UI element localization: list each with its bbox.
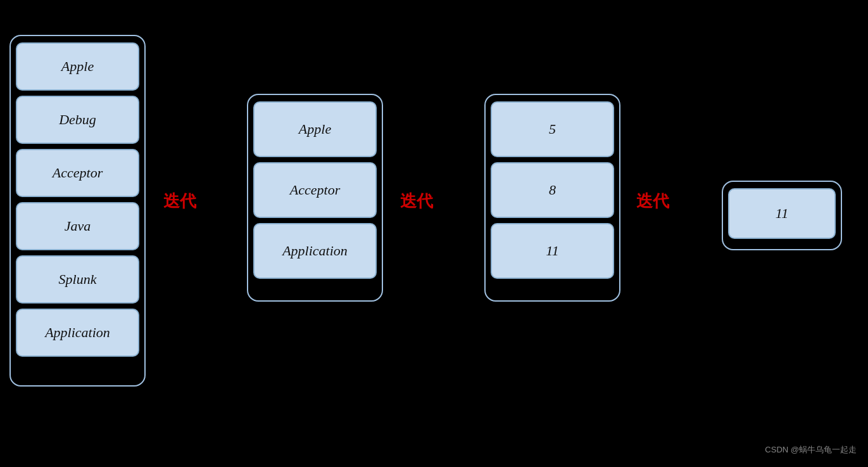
list-item: 11 bbox=[728, 188, 836, 239]
watermark: CSDN @蜗牛乌龟一起走 bbox=[765, 444, 857, 456]
list-item: Java bbox=[16, 202, 139, 250]
list-item: 5 bbox=[491, 101, 614, 157]
list-item: Apple bbox=[16, 42, 139, 91]
iterate-label-2: 迭代 bbox=[400, 190, 433, 212]
list-3: 5811 bbox=[484, 94, 620, 302]
list-item: Application bbox=[16, 309, 139, 357]
list-2: AppleAcceptorApplication bbox=[247, 94, 383, 302]
list-item: Acceptor bbox=[253, 162, 377, 218]
list-item: 8 bbox=[491, 162, 614, 218]
list-item: Application bbox=[253, 223, 377, 279]
list-1: AppleDebugAcceptorJavaSplunkApplication bbox=[9, 35, 146, 387]
list-item: Acceptor bbox=[16, 149, 139, 197]
iterate-label-3: 迭代 bbox=[636, 190, 669, 212]
iterate-label-1: 迭代 bbox=[163, 190, 196, 212]
list-item: Splunk bbox=[16, 255, 139, 304]
list-item: Apple bbox=[253, 101, 377, 157]
list-item: 11 bbox=[491, 223, 614, 279]
diagram: AppleDebugAcceptorJavaSplunkApplication … bbox=[0, 0, 868, 467]
list-item: Debug bbox=[16, 96, 139, 144]
list-4: 11 bbox=[722, 181, 842, 250]
